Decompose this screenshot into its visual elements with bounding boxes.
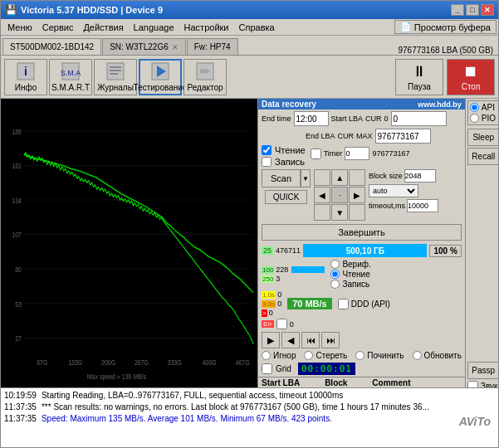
start-lba-input[interactable] [392, 114, 446, 124]
buffer-button[interactable]: 📄 Просмотр буфера [394, 20, 497, 34]
cur-label2: CUR [338, 132, 355, 140]
dir-tr[interactable] [349, 169, 365, 186]
start-lba-spinbox[interactable] [391, 111, 447, 126]
scan-button[interactable]: Scan [262, 169, 301, 187]
menu-service[interactable]: Сервис [37, 22, 79, 33]
close-button[interactable]: ✕ [481, 4, 494, 16]
api-radio[interactable] [470, 103, 479, 112]
zvuk-checkbox[interactable] [467, 381, 478, 387]
dir-br[interactable] [349, 204, 365, 221]
update-radio-item: Обновить [413, 351, 462, 360]
scan-dropdown[interactable]: ▼ [301, 169, 311, 187]
buffer-icon: 📄 [400, 22, 412, 32]
tab-sn[interactable]: SN: W3TL22G6 ✕ [102, 38, 186, 55]
info-button[interactable]: i Инфо [4, 59, 47, 95]
stop-button[interactable]: ⏹ Стоп [447, 59, 495, 95]
editor-button[interactable]: ✏ Редактор [183, 59, 227, 95]
tab-sn-close[interactable]: ✕ [172, 43, 179, 51]
tab-device[interactable]: ST500DM002-1BD142 [2, 38, 101, 55]
sleep-button[interactable]: Sleep [467, 129, 498, 146]
dir-bl[interactable] [314, 204, 330, 221]
write-radio[interactable] [330, 280, 340, 289]
dir-left[interactable]: ◀ [314, 187, 330, 203]
log-line-2: 11:37:35 *** Scan results: no warnings, … [4, 402, 495, 413]
svg-text:134: 134 [12, 197, 22, 205]
svg-text:107: 107 [12, 231, 22, 240]
red-value: 0 [269, 309, 273, 317]
ignore-radio[interactable] [262, 351, 271, 360]
end-lba-input[interactable] [376, 131, 430, 142]
smart-button[interactable]: S.M.A S.M.A.R.T [49, 59, 92, 95]
end-lba-spinbox[interactable] [375, 129, 431, 144]
red-row: > 0 [262, 309, 281, 317]
app-icon: 💾 [5, 4, 17, 16]
pause-button[interactable]: ⏸ Пауза [395, 59, 443, 95]
speed-value: 70 MB/s [292, 299, 327, 309]
b100-bar [291, 266, 325, 273]
block-size-input[interactable] [404, 169, 436, 183]
erase-radio[interactable] [304, 351, 313, 360]
log-line-3: 11:37:35 Speed: Maximum 135 MB/s. Averag… [4, 413, 495, 425]
timer-input[interactable] [345, 147, 369, 160]
testing-button[interactable]: Тестирование [139, 59, 182, 95]
info-label: Инфо [15, 83, 37, 92]
play-button[interactable]: ▶ [262, 332, 280, 348]
size-value: 500,10 ГБ [346, 246, 384, 256]
pio-radio[interactable] [470, 114, 479, 123]
dir-up[interactable]: ▲ [331, 169, 348, 186]
dir-right[interactable]: ▶ [349, 187, 365, 203]
repair-radio[interactable] [355, 351, 364, 360]
err-checkbox[interactable] [276, 319, 287, 329]
quick-button[interactable]: QUICK [265, 190, 307, 204]
time-value: 00:00:01 [301, 363, 352, 374]
stop-label: Стоп [462, 82, 481, 91]
editor-icon: ✏ [195, 61, 215, 81]
end-time-input[interactable] [295, 114, 328, 124]
svg-rect-6 [110, 70, 121, 71]
start-lba-label: Start LBA [331, 114, 364, 123]
svg-rect-5 [110, 66, 121, 68]
menu-right: 📄 Просмотр буфера [394, 20, 497, 34]
recall-button[interactable]: Recall [467, 148, 498, 165]
skip-prev-button[interactable]: ⏮ [301, 332, 320, 348]
tab-fw[interactable]: Fw: HP74 [187, 38, 238, 55]
read-radio-label: Чтение [342, 270, 369, 279]
verif-radio[interactable] [330, 260, 340, 269]
block-auto-select[interactable]: auto [369, 184, 418, 197]
end-lba-controls-row: x End LBA CUR MAX [258, 128, 465, 144]
complete-button[interactable]: Завершить [262, 224, 462, 241]
tab-device-label: ST500DM002-1BD142 [10, 42, 94, 51]
end-time-spinbox[interactable] [294, 111, 329, 126]
maximize-button[interactable]: □ [466, 4, 479, 16]
read-checkbox[interactable] [262, 145, 272, 155]
log-line-1: 10:19:59 Starting Reading, LBA=0..976773… [4, 390, 495, 402]
ddd-checkbox[interactable] [338, 299, 349, 309]
dir-down[interactable]: ▼ [331, 204, 348, 221]
passp-button[interactable]: Passp [467, 362, 498, 379]
write-radio-item: Запись [330, 280, 370, 289]
write-checkbox[interactable] [262, 157, 272, 167]
b100-label: 100 [262, 266, 274, 274]
timer-checkbox[interactable] [311, 149, 321, 159]
menu-help[interactable]: Справка [234, 22, 280, 33]
menu-actions[interactable]: Действия [78, 22, 128, 33]
b25-value: 476711 [276, 246, 301, 255]
svg-text:i: i [24, 65, 27, 78]
read-radio[interactable] [330, 270, 340, 279]
cur-value: 0 [384, 114, 389, 123]
minimize-button[interactable]: _ [451, 4, 464, 16]
journals-button[interactable]: Журналы [94, 59, 137, 95]
table-header: Start LBA Block Comment [258, 377, 465, 387]
rewind-button[interactable]: ◀ [281, 332, 300, 348]
menu-menu[interactable]: Меню [2, 22, 37, 33]
update-radio[interactable] [413, 351, 422, 360]
dir-tl[interactable] [314, 169, 330, 186]
pio-radio-item: PIO [470, 114, 497, 123]
grid-checkbox[interactable] [262, 363, 272, 374]
menu-language[interactable]: Language [129, 22, 179, 33]
zvuk-hints-section: Звук Hints [467, 381, 498, 387]
dir-center[interactable]: · [331, 187, 348, 203]
timeout-input[interactable] [407, 199, 438, 212]
menu-settings[interactable]: Настройки [179, 22, 234, 33]
skip-next-button[interactable]: ⏭ [321, 332, 340, 348]
